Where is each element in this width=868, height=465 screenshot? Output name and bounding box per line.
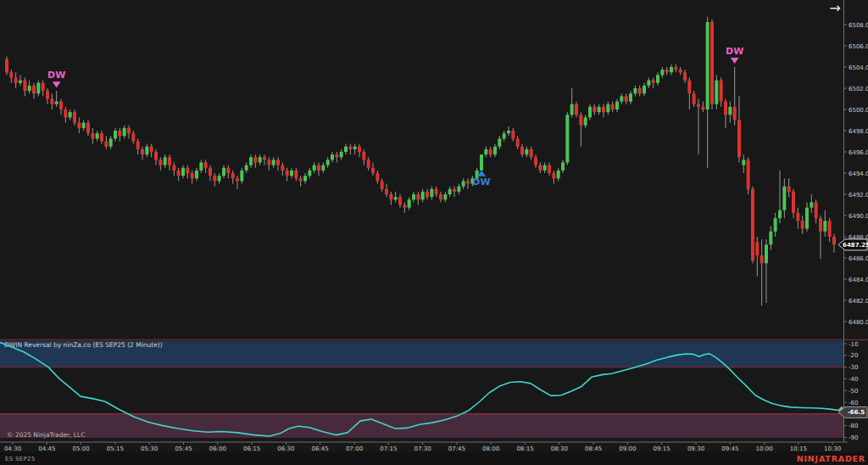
indicator-value-tag: -66.5 — [838, 406, 867, 417]
time-axis-label: 07:00 — [346, 445, 363, 452]
scroll-to-latest-arrow-icon[interactable]: → — [830, 0, 841, 17]
chart-canvas[interactable]: DWIN Reversal by ninZa.co (ES SEP25 (2 M… — [0, 0, 868, 465]
indicator-axis-tick-label: -10 — [849, 341, 858, 348]
sell-triangle-icon — [53, 81, 61, 87]
sell-marker-label: DW — [47, 70, 65, 81]
price-axis-tick-label: 6482.00 — [849, 298, 868, 305]
axes: 6508.006506.006504.006502.006500.006498.… — [0, 0, 868, 452]
time-axis-label: 07:30 — [415, 445, 431, 452]
price-axis-tick-label: 6500.00 — [849, 107, 868, 114]
time-axis-label: 10:00 — [756, 445, 773, 452]
price-axis-tick-label: 6494.00 — [849, 171, 868, 177]
time-axis-label: 08:00 — [482, 445, 499, 452]
time-axis-label: 08:45 — [585, 445, 602, 452]
time-axis-label: 05:30 — [141, 445, 158, 452]
time-axis-label: 06:00 — [209, 445, 226, 452]
time-axis-label: 08:30 — [551, 445, 568, 452]
indicator-axis-tick-label: -50 — [849, 388, 858, 395]
indicator-header: DWIN Reversal by ninZa.co (ES SEP25 (2 M… — [4, 341, 163, 349]
status-bar: ES SEP25 NINJATRADER — [0, 452, 868, 465]
time-axis-label: 07:15 — [380, 445, 397, 452]
indicator-zones — [0, 340, 868, 439]
indicator-axis-tick-label: -60 — [849, 400, 858, 406]
time-axis-label: 07:45 — [448, 445, 465, 452]
price-axis-tick-label: 6492.00 — [849, 192, 868, 199]
time-axis-label: 06:30 — [277, 445, 294, 452]
ninjatrader-logo: NINJATRADER — [797, 454, 865, 463]
last-price-tag: 6487.25 — [838, 239, 868, 250]
footer-note: © 2025 NinjaTrader, LLC — [7, 431, 85, 439]
time-axis-label: 10:30 — [824, 445, 841, 452]
instrument-tab[interactable]: ES SEP25 — [5, 456, 36, 462]
time-axis-label: 10:15 — [790, 445, 807, 452]
price-axis-tick-label: 6504.00 — [849, 64, 868, 71]
time-axis-label: 05:45 — [175, 445, 192, 452]
price-axis-tick-label: 6480.00 — [849, 319, 868, 326]
indicator-axis-tick-label: -80 — [849, 423, 858, 429]
reversal-markers: DWDWDW — [47, 46, 743, 188]
sell-marker-label: DW — [726, 46, 743, 57]
price-axis-tick-label: 6502.00 — [849, 86, 868, 92]
price-axis-tick-label: 6498.00 — [849, 128, 868, 135]
time-axis-label: 09:00 — [619, 445, 636, 452]
time-axis-label: 09:45 — [721, 445, 738, 452]
time-axis-label: 04:30 — [4, 445, 21, 452]
svg-text:-66.5: -66.5 — [848, 409, 865, 416]
indicator-axis-tick-label: -30 — [849, 364, 858, 371]
time-axis-label: 09:30 — [687, 445, 704, 452]
price-axis-tick-label: 6486.00 — [849, 255, 868, 262]
time-axis-label: 04:45 — [38, 445, 55, 452]
buy-marker-label: DW — [472, 176, 490, 188]
indicator-axis-tick-label: -90 — [849, 434, 858, 441]
chart-window: DWIN Reversal by ninZa.co (ES SEP25 (2 M… — [0, 0, 868, 465]
indicator-title: DWIN Reversal by ninZa.co (ES SEP25 (2 M… — [4, 341, 163, 349]
price-axis-tick-label: 6508.00 — [849, 22, 868, 29]
sell-triangle-icon — [731, 58, 739, 64]
time-axis-label: 09:15 — [654, 445, 670, 452]
price-axis-tick-label: 6484.00 — [849, 277, 868, 283]
indicator-axis-tick-label: -40 — [849, 376, 858, 383]
time-axis-label: 05:15 — [107, 445, 124, 452]
time-axis-label: 08:15 — [516, 445, 533, 452]
price-axis-tick-label: 6496.00 — [849, 149, 868, 156]
time-axis-label: 06:15 — [243, 445, 260, 452]
copyright-text: © 2025 NinjaTrader, LLC — [7, 431, 85, 439]
time-axis-label: 06:45 — [312, 445, 329, 452]
svg-text:6487.25: 6487.25 — [843, 242, 868, 249]
indicator-axis-tick-label: -20 — [849, 352, 858, 359]
price-axis-tick-label: 6490.00 — [849, 213, 868, 220]
candlestick-series — [5, 17, 836, 306]
price-axis-tick-label: 6506.00 — [849, 43, 868, 50]
time-axis-label: 05:00 — [73, 445, 90, 452]
